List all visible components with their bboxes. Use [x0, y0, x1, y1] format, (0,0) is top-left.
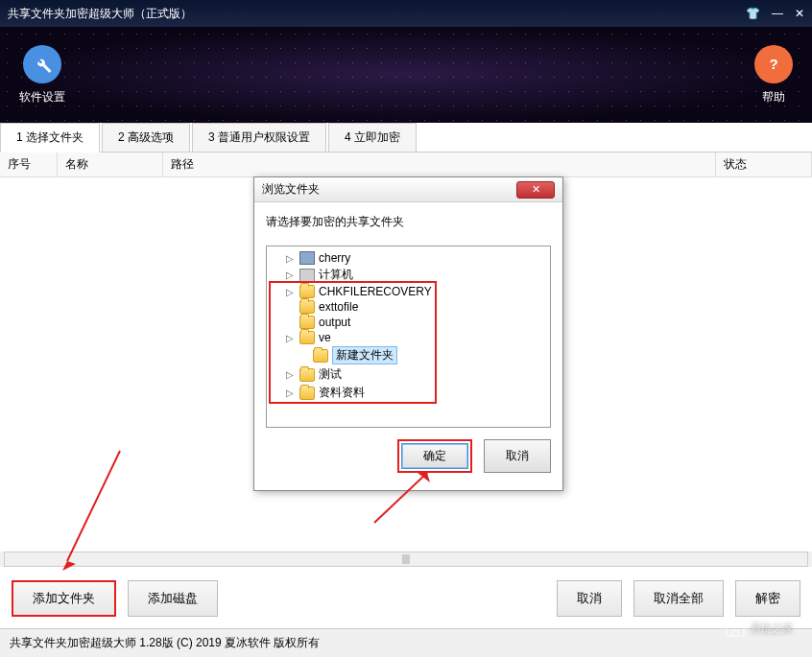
expander-icon[interactable]: ▷: [284, 369, 296, 380]
dialog-buttons: 确定 取消: [266, 428, 551, 479]
tree-item[interactable]: ▷资料资料: [271, 384, 546, 402]
folder-icon: [299, 285, 315, 298]
tree-item[interactable]: ▷测试: [271, 365, 546, 384]
expander-icon[interactable]: ▷: [284, 387, 296, 398]
settings-label: 软件设置: [19, 89, 65, 106]
tree-item-label: 计算机: [319, 267, 353, 283]
dialog-body: 请选择要加密的共享文件夹 ▷cherry▷计算机▷CHKFILERECOVERY…: [254, 202, 562, 490]
tree-item-label: exttofile: [319, 300, 358, 314]
expander-icon[interactable]: ▷: [284, 270, 296, 280]
help-label: 帮助: [762, 89, 785, 106]
computer-icon: [299, 269, 315, 282]
tree-item-label: cherry: [319, 251, 350, 265]
tree-item-label: 新建文件夹: [332, 346, 397, 364]
tree-item[interactable]: ▷cherry: [271, 250, 546, 266]
shirt-icon[interactable]: 👕: [746, 7, 760, 20]
tab-advanced[interactable]: 2 高级选项: [102, 123, 190, 152]
title-bar: 共享文件夹加密超级大师（正式版） 👕 — ✕: [0, 0, 812, 27]
tree-item[interactable]: 新建文件夹: [271, 345, 546, 365]
tree-item[interactable]: ▷CHKFILERECOVERY: [271, 284, 546, 299]
folder-icon: [299, 331, 315, 344]
user-icon: [299, 251, 315, 265]
wrench-icon: [23, 45, 61, 83]
tab-permissions[interactable]: 3 普通用户权限设置: [192, 123, 326, 152]
close-icon[interactable]: ✕: [795, 7, 804, 20]
folder-icon: [299, 316, 315, 329]
watermark: 系统之家: [724, 619, 793, 638]
tree-item-label: output: [319, 316, 350, 329]
svg-text:?: ?: [769, 56, 777, 72]
browse-folder-dialog: 浏览文件夹 ✕ 请选择要加密的共享文件夹 ▷cherry▷计算机▷CHKFILE…: [253, 176, 563, 491]
house-icon: [724, 619, 747, 638]
horizontal-scrollbar[interactable]: [4, 551, 808, 567]
expander-icon[interactable]: ▷: [284, 333, 296, 343]
col-status[interactable]: 状态: [716, 153, 812, 176]
dialog-close-button[interactable]: ✕: [516, 181, 555, 199]
bottom-buttons: 添加文件夹 添加磁盘 取消 取消全部 解密: [0, 567, 812, 630]
tree-item-label: CHKFILERECOVERY: [319, 285, 432, 298]
question-icon: ?: [754, 45, 793, 83]
header: 软件设置 ? 帮助: [0, 27, 812, 123]
scrollbar-thumb[interactable]: [402, 554, 410, 564]
tree-item[interactable]: exttofile: [271, 299, 546, 315]
tree-item[interactable]: output: [271, 315, 546, 330]
dialog-title-bar[interactable]: 浏览文件夹 ✕: [254, 177, 562, 202]
folder-icon: [299, 300, 315, 314]
status-bar: 共享文件夹加密超级大师 1.28版 (C) 2019 夏冰软件 版权所有: [0, 628, 812, 657]
col-path[interactable]: 路径: [163, 153, 716, 176]
window-controls: 👕 — ✕: [746, 7, 804, 20]
tree-item-label: 资料资料: [319, 385, 365, 401]
expander-icon[interactable]: ▷: [284, 287, 296, 297]
tree-item-label: 测试: [319, 366, 342, 383]
folder-icon: [299, 368, 315, 382]
dialog-cancel-button[interactable]: 取消: [484, 439, 551, 473]
window-title: 共享文件夹加密超级大师（正式版）: [8, 6, 192, 22]
annotation-ok-highlight: 确定: [397, 439, 472, 473]
tree-item[interactable]: ▷计算机: [271, 266, 546, 284]
folder-tree[interactable]: ▷cherry▷计算机▷CHKFILERECOVERYexttofileoutp…: [266, 246, 551, 428]
watermark-text: 系统之家: [751, 622, 793, 636]
dialog-title: 浏览文件夹: [262, 181, 320, 198]
expander-icon[interactable]: ▷: [284, 253, 296, 264]
cancel-button[interactable]: 取消: [557, 580, 622, 617]
tabs: 1 选择文件夹 2 高级选项 3 普通用户权限设置 4 立即加密: [0, 123, 812, 153]
status-text: 共享文件夹加密超级大师 1.28版 (C) 2019 夏冰软件 版权所有: [10, 635, 320, 651]
settings-button[interactable]: 软件设置: [19, 45, 65, 106]
tab-select-folder[interactable]: 1 选择文件夹: [0, 123, 100, 153]
folder-icon: [299, 387, 315, 400]
add-disk-button[interactable]: 添加磁盘: [128, 580, 218, 617]
col-seq[interactable]: 序号: [0, 153, 58, 176]
tab-encrypt[interactable]: 4 立即加密: [328, 123, 417, 152]
folder-icon: [313, 349, 328, 363]
dialog-ok-button[interactable]: 确定: [401, 443, 468, 469]
cancel-all-button[interactable]: 取消全部: [633, 580, 724, 617]
add-folder-button[interactable]: 添加文件夹: [12, 580, 116, 617]
table-header: 序号 名称 路径 状态: [0, 153, 812, 177]
col-name[interactable]: 名称: [58, 153, 163, 176]
dialog-prompt: 请选择要加密的共享文件夹: [266, 214, 551, 230]
help-button[interactable]: ? 帮助: [754, 45, 793, 106]
tree-item-label: ve: [319, 331, 331, 344]
tree-item[interactable]: ▷ve: [271, 330, 546, 345]
decrypt-button[interactable]: 解密: [735, 580, 800, 617]
minimize-icon[interactable]: —: [772, 7, 783, 20]
